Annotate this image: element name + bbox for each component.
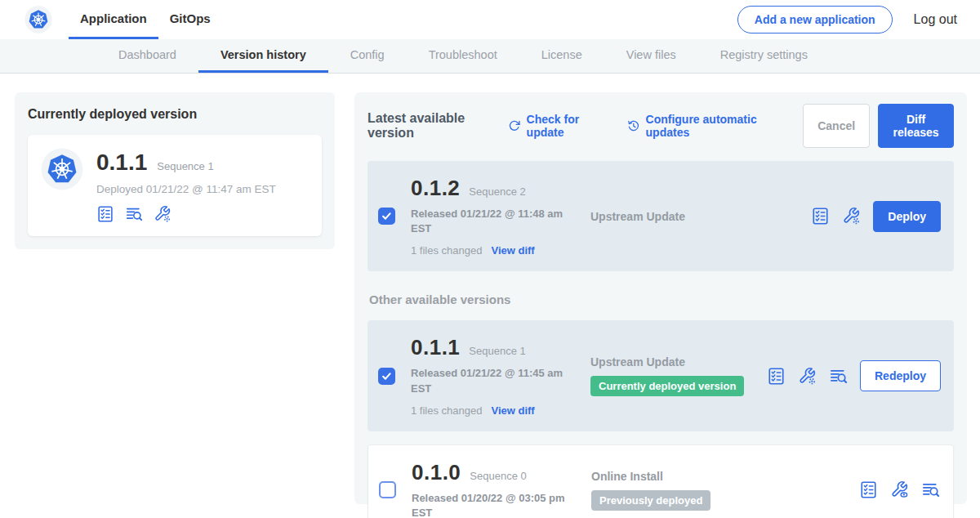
version-checkbox[interactable] [378, 208, 395, 225]
version-number: 0.1.1 [411, 335, 460, 360]
wrench-eye-icon[interactable] [890, 480, 909, 499]
tab-application[interactable]: Application [69, 0, 158, 39]
lines-magnifier-icon[interactable] [125, 205, 143, 223]
subnav-dashboard[interactable]: Dashboard [96, 39, 198, 73]
kubernetes-logo [41, 148, 83, 190]
deploy-button[interactable]: Deploy [873, 201, 941, 232]
deployed-timestamp: Deployed 01/21/22 @ 11:47 am EST [96, 183, 276, 195]
logout-link[interactable]: Log out [914, 12, 957, 27]
currently-deployed-panel: Currently deployed version 0.1.1 Sequenc… [15, 92, 335, 249]
version-number: 0.1.0 [412, 460, 461, 485]
lines-magnifier-icon[interactable] [921, 480, 940, 499]
version-source-label: Upstream Update [590, 355, 685, 368]
check-icon [381, 370, 393, 382]
released-timestamp: Released 01/20/22 @ 03:05 pm EST [412, 491, 565, 518]
tab-gitops[interactable]: GitOps [158, 0, 222, 39]
kubernetes-logo [24, 0, 52, 39]
sequence-label: Sequence 0 [470, 470, 526, 482]
sequence-label: Sequence 1 [469, 345, 525, 357]
version-card-0-1-1: 0.1.1 Sequence 1 Released 01/21/22 @ 11:… [368, 320, 954, 431]
version-source-label: Online Install [591, 470, 663, 483]
previously-deployed-badge: Previously deployed [591, 490, 710, 511]
checklist-icon[interactable] [96, 205, 114, 223]
subnav-config[interactable]: Config [328, 39, 407, 73]
files-changed-label: 1 files changed [411, 244, 482, 257]
redeploy-button[interactable]: Redeploy [860, 360, 941, 391]
wrench-gear-icon[interactable] [154, 205, 172, 223]
subnav-version-history[interactable]: Version history [198, 39, 328, 73]
top-tabs: Application GitOps [69, 0, 222, 39]
cancel-button[interactable]: Cancel [803, 104, 870, 148]
currently-deployed-title: Currently deployed version [28, 107, 322, 122]
version-checkbox[interactable] [379, 481, 396, 498]
version-card-0-1-0: 0.1.0 Sequence 0 Released 01/20/22 @ 03:… [368, 444, 954, 518]
check-icon [381, 210, 393, 222]
released-timestamp: Released 01/21/22 @ 11:48 am EST [411, 207, 564, 236]
version-card-0-1-2: 0.1.2 Sequence 2 Released 01/21/22 @ 11:… [368, 161, 954, 271]
subnav-view-files[interactable]: View files [604, 39, 698, 73]
sequence-label: Sequence 2 [469, 185, 525, 198]
deployed-version-card: 0.1.1 Sequence 1 Deployed 01/21/22 @ 11:… [28, 135, 322, 236]
configure-automatic-updates-link[interactable]: Configure automatic updates [627, 113, 783, 139]
subnav-registry-settings[interactable]: Registry settings [698, 39, 830, 73]
currently-deployed-badge: Currently deployed version [590, 376, 744, 396]
top-nav: Application GitOps Add a new application… [0, 0, 980, 39]
refresh-icon [508, 118, 521, 133]
app-subnav: Dashboard Version history Config Trouble… [0, 39, 980, 74]
diff-releases-button[interactable]: Diff releases [878, 104, 954, 148]
view-diff-link[interactable]: View diff [491, 404, 534, 417]
version-source-label: Upstream Update [590, 210, 685, 223]
version-number: 0.1.2 [411, 176, 460, 201]
other-versions-title: Other available versions [369, 292, 954, 306]
wrench-gear-icon[interactable] [842, 207, 861, 226]
wrench-gear-icon[interactable] [798, 367, 817, 386]
subnav-license[interactable]: License [519, 39, 604, 73]
subnav-troubleshoot[interactable]: Troubleshoot [407, 39, 519, 73]
version-history-panel: Latest available version Check for updat… [354, 92, 967, 504]
released-timestamp: Released 01/21/22 @ 11:45 am EST [411, 366, 564, 395]
lines-magnifier-icon[interactable] [829, 367, 848, 386]
add-application-button[interactable]: Add a new application [737, 6, 893, 33]
deployed-sequence-label: Sequence 1 [157, 160, 213, 172]
checklist-icon[interactable] [859, 480, 878, 499]
version-checkbox[interactable] [378, 368, 395, 385]
latest-available-title: Latest available version [368, 111, 497, 141]
clock-refresh-icon [627, 118, 640, 133]
checklist-icon[interactable] [811, 207, 830, 226]
check-for-update-link[interactable]: Check for update [508, 113, 608, 139]
view-diff-link[interactable]: View diff [491, 244, 534, 257]
checklist-icon[interactable] [767, 367, 786, 386]
files-changed-label: 1 files changed [411, 404, 482, 417]
deployed-version-number: 0.1.1 [96, 150, 147, 176]
